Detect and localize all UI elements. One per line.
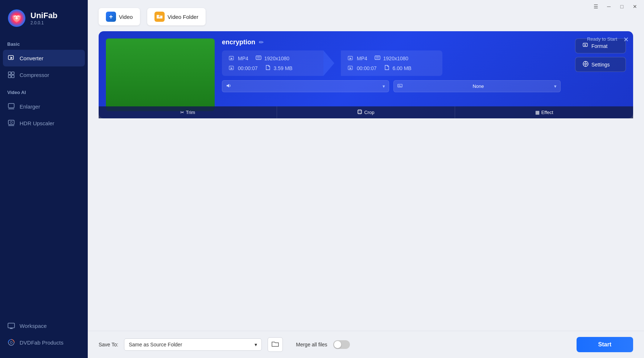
add-folder-icon: + (154, 12, 165, 22)
add-video-button[interactable]: + Video (99, 8, 140, 25)
add-folder-button[interactable]: + Video Folder (147, 8, 206, 25)
sidebar-item-compressor[interactable]: Compressor (0, 66, 88, 83)
meta-row: MP4 1920x1080 (222, 50, 561, 76)
arrow-divider (323, 50, 341, 76)
compressor-label: Compressor (20, 72, 49, 78)
trim-button[interactable]: ✂ Trim (106, 106, 215, 111)
close-card-button[interactable]: ✕ (623, 36, 629, 44)
svg-marker-3 (11, 57, 13, 59)
trim-label: Trim (186, 110, 195, 111)
svg-point-12 (10, 121, 12, 123)
video-title: encryption (222, 38, 255, 46)
compressor-icon (7, 71, 15, 79)
settings-btn-label: Settings (591, 62, 610, 68)
svg-rect-37 (398, 84, 402, 87)
sidebar-item-dvdfab[interactable]: DVDFab Products (0, 334, 88, 351)
svg-point-17 (10, 341, 12, 343)
source-resolution: 1920x1080 (264, 56, 289, 61)
source-size-icon (265, 65, 271, 72)
thumbnail-preview (106, 38, 215, 111)
svg-point-43 (585, 63, 587, 65)
start-button[interactable]: Start (577, 337, 633, 352)
video-edit-controls: ✂ Trim Crop ▦ (106, 106, 215, 111)
converter-icon (7, 54, 15, 62)
svg-marker-41 (585, 44, 586, 46)
hdr-icon (7, 119, 15, 127)
output-duration-line: 00:00:07 6.00 MB (347, 65, 436, 72)
edit-title-button[interactable]: ✏ (259, 39, 264, 46)
sidebar-item-hdr[interactable]: HDR Upscaler (0, 115, 88, 131)
output-resolution: 1920x1080 (383, 56, 408, 61)
output-format-line: MP4 1920x1080 (347, 55, 436, 62)
save-to-dropdown[interactable]: Same as Source Folder ▾ (124, 338, 262, 351)
source-format-icon (228, 55, 235, 62)
content-area: ✂ Trim Crop ▦ (88, 31, 644, 331)
svg-rect-13 (8, 323, 15, 328)
trim-icon: ✂ (180, 110, 184, 111)
subtitle-dropdown[interactable]: None ▾ (393, 80, 561, 92)
menu-btn[interactable]: ☰ (593, 3, 599, 10)
output-resolution-icon (375, 55, 380, 62)
app-logo: UniFab 2.0.0.1 (0, 0, 88, 35)
browse-folder-button[interactable] (268, 337, 283, 352)
merge-toggle[interactable] (333, 340, 350, 349)
app-version: 2.0.0.1 (30, 20, 58, 25)
add-video-label: Video (119, 14, 133, 20)
svg-rect-10 (8, 120, 14, 125)
sidebar-item-workspace[interactable]: Workspace (0, 317, 88, 334)
merge-label: Merge all files (296, 342, 327, 347)
subtitle-chevron: ▾ (554, 84, 557, 89)
add-video-icon: + (106, 12, 116, 22)
minimize-btn[interactable]: ─ (606, 3, 612, 10)
sidebar-bottom: Workspace DVDFab Products (0, 317, 88, 358)
source-duration-line: 00:00:07 3.59 MB (228, 65, 317, 72)
source-meta: MP4 1920x1080 (222, 50, 323, 76)
sidebar-item-converter[interactable]: Converter (3, 50, 85, 66)
close-btn[interactable]: ✕ (632, 3, 638, 10)
add-folder-label: Video Folder (168, 14, 198, 20)
svg-rect-8 (8, 103, 14, 108)
svg-marker-29 (323, 50, 334, 76)
source-format-line: MP4 1920x1080 (228, 55, 317, 62)
subtitle-icon (397, 83, 402, 89)
output-format: MP4 (357, 56, 367, 61)
output-duration: 00:00:07 (357, 65, 377, 71)
enlarger-icon (7, 102, 15, 110)
toolbar: + Video + Video Folder (88, 0, 644, 31)
svg-text:+: + (158, 15, 161, 19)
svg-rect-7 (12, 75, 14, 78)
folder-icon (272, 342, 279, 348)
source-resolution-icon (256, 55, 261, 62)
source-duration-icon (228, 65, 235, 72)
output-size-icon (384, 65, 390, 72)
converter-label: Converter (20, 55, 44, 61)
svg-marker-28 (231, 67, 233, 69)
svg-rect-32 (375, 56, 380, 60)
section-basic: Basic (0, 35, 88, 50)
save-to-value: Same as Source Folder (129, 342, 182, 347)
format-btn-label: Format (591, 43, 607, 49)
settings-button[interactable]: Settings (575, 57, 626, 72)
audio-icon (226, 83, 231, 89)
hdr-label: HDR Upscaler (20, 120, 54, 126)
section-videoai: Video AI (0, 83, 88, 98)
logo-text: UniFab 2.0.0.1 (30, 11, 58, 25)
settings-btn-icon (583, 61, 589, 68)
format-btn-icon (583, 42, 589, 49)
workspace-label: Workspace (20, 323, 47, 329)
sidebar-item-enlarger[interactable]: Enlarger (0, 98, 88, 115)
svg-rect-6 (8, 75, 11, 78)
output-size: 6.00 MB (393, 65, 412, 71)
maximize-btn[interactable]: □ (619, 3, 625, 10)
svg-marker-36 (350, 67, 352, 69)
sidebar: UniFab 2.0.0.1 Basic Converter Compresso… (0, 0, 88, 358)
enlarger-label: Enlarger (20, 103, 40, 110)
save-to-label: Save To: (99, 342, 118, 347)
svg-rect-24 (256, 56, 261, 60)
titlebar: ☰ ─ □ ✕ (586, 0, 644, 13)
audio-dropdown[interactable]: ▾ (222, 80, 389, 92)
bottom-bar: Save To: Same as Source Folder ▾ Merge a… (88, 331, 644, 358)
output-format-icon (347, 55, 354, 62)
svg-rect-5 (12, 72, 14, 74)
svg-marker-23 (231, 57, 233, 60)
